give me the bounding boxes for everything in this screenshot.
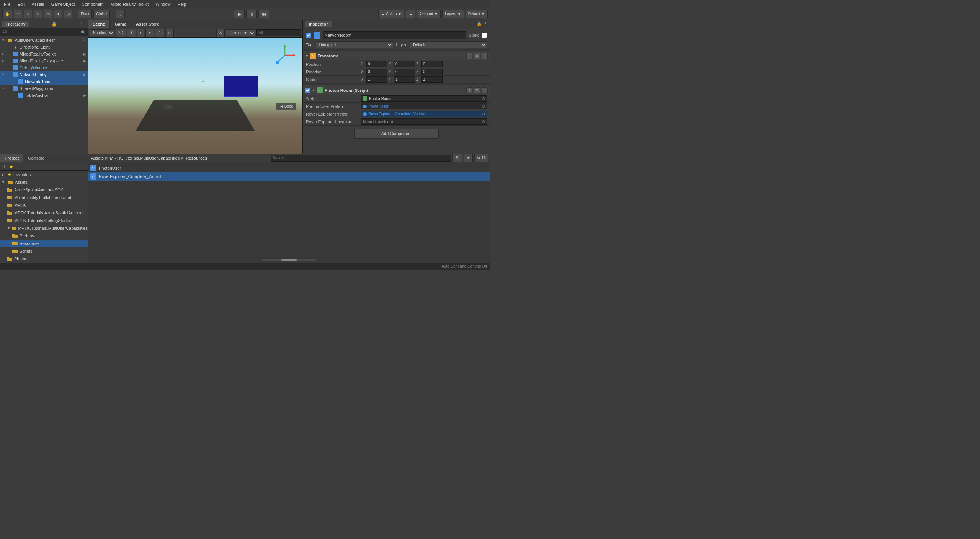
breadcrumb-mrtk[interactable]: MRTK.Tutorials.MultiUserCapabilities <box>110 156 180 160</box>
file-item-photonuser[interactable]: P PhotonUser <box>88 164 490 172</box>
hierarchy-item-more[interactable]: ▶ <box>83 93 88 98</box>
audio-btn[interactable]: ♪ <box>137 29 144 37</box>
file-search-input[interactable] <box>271 155 451 162</box>
scene-extra-btn[interactable]: ⋮ <box>155 29 164 37</box>
pos-z-input[interactable] <box>421 61 443 67</box>
tree-item-tableanchor[interactable]: ▶ TableAnchor ▶ <box>0 92 88 99</box>
file-star-btn[interactable]: ★ <box>464 154 473 162</box>
menu-edit[interactable]: Edit <box>17 2 26 7</box>
hierarchy-item-more[interactable]: ⋮ <box>82 38 88 43</box>
pos-x-input[interactable] <box>366 61 387 67</box>
sidebar-assets[interactable]: ▼ Assets <box>0 178 88 186</box>
sidebar-scripts[interactable]: Scripts <box>0 247 88 255</box>
scale-tool-btn[interactable]: ⤡ <box>34 10 42 18</box>
transform-help-btn[interactable]: ? <box>466 53 472 59</box>
hierarchy-tab[interactable]: Hierarchy <box>2 21 29 27</box>
photonroom-help-btn[interactable]: ? <box>466 87 472 93</box>
menu-gameobject[interactable]: GameObject <box>51 2 76 7</box>
scene-tab-scene[interactable]: Scene <box>88 20 110 28</box>
sidebar-mrtk-getting[interactable]: MRTK.Tutorials.GettingStarted <box>0 217 88 224</box>
rover-location-select-btn[interactable]: ⊙ <box>482 119 485 124</box>
collab-btn[interactable]: ☁ Collab ▼ <box>378 10 404 18</box>
sca-z-input[interactable] <box>421 76 443 83</box>
bottom-tab-project[interactable]: Project <box>0 154 23 162</box>
2d-btn[interactable]: 2D <box>116 29 126 37</box>
file-search-btn[interactable]: 🔍 <box>452 154 462 162</box>
pos-y-input[interactable] <box>394 61 415 67</box>
scene-search-input[interactable] <box>256 29 301 36</box>
scroll-thumb[interactable] <box>281 259 297 261</box>
snap-btn[interactable]: ⋮ <box>116 10 125 18</box>
scene-panel-more[interactable]: ⋮ <box>296 21 302 26</box>
transform-tool-btn[interactable]: ✦ <box>54 10 62 18</box>
sidebar-mrtk-azure[interactable]: MRTK.Tutorials.AzureSpatialAnchors <box>0 209 88 217</box>
transform-more-btn[interactable]: ⋮ <box>482 53 488 59</box>
sidebar-favorites[interactable]: ▶ ★ Favorites <box>0 171 88 178</box>
bottom-add-btn[interactable]: + <box>2 163 8 170</box>
play-btn[interactable]: ▶ <box>234 10 245 18</box>
rot-y-input[interactable] <box>394 69 415 75</box>
hierarchy-item-more[interactable]: ▶ <box>83 51 88 57</box>
inspector-more[interactable]: ⋮ <box>483 21 488 26</box>
rot-z-input[interactable] <box>421 69 443 75</box>
tree-item-light[interactable]: ▶ ☀ Directional Light <box>0 44 88 51</box>
rover-prefab-select-btn[interactable]: ⊙ <box>482 111 485 116</box>
sidebar-mrtk-generated[interactable]: MixedRealityToolkit.Generated <box>0 194 88 201</box>
rotate-tool-btn[interactable]: ↺ <box>24 10 32 18</box>
hierarchy-search-input[interactable] <box>0 28 88 36</box>
hierarchy-item-more[interactable]: ▶ <box>83 72 88 77</box>
account-btn[interactable]: Account ▼ <box>416 10 441 18</box>
menu-window[interactable]: Window <box>155 2 171 7</box>
layer-select[interactable]: Default <box>410 41 487 48</box>
breadcrumb-assets[interactable]: Assets <box>91 156 104 160</box>
tree-item-mrtk[interactable]: ▶ MixedRealityToolkit ▶ <box>0 51 88 57</box>
scene-tab-assetstore[interactable]: Asset Store <box>131 20 164 28</box>
inspector-lock[interactable]: 🔒 <box>477 21 482 26</box>
sidebar-mrtk-multi[interactable]: ▼ MRTK.Tutorials.MultiUserCapabilities <box>0 224 88 232</box>
hide-btn[interactable]: ◻ <box>165 29 174 37</box>
pivot-btn[interactable]: Pivot <box>78 10 92 18</box>
effects-btn[interactable]: ✦ <box>145 29 154 37</box>
photon-user-select-btn[interactable]: ⊙ <box>482 104 485 109</box>
bottom-tab-console[interactable]: Console <box>23 154 49 162</box>
back-btn[interactable]: ◄ Back <box>276 103 296 110</box>
inspector-tab[interactable]: Inspector <box>305 21 332 27</box>
photonroom-header[interactable]: ▼ # Photon Room (Script) ? ⚙ ⋮ <box>303 85 490 95</box>
global-btn[interactable]: Global <box>93 10 110 18</box>
tag-select[interactable]: Untagged <box>316 41 393 48</box>
default-layout-btn[interactable]: Default ▼ <box>466 10 488 18</box>
menu-assets[interactable]: Assets <box>31 2 45 7</box>
sidebar-mrtk[interactable]: MRTK <box>0 201 88 209</box>
tree-item-networkroom[interactable]: ▶ NetworkRoom <box>0 78 88 85</box>
sca-y-input[interactable] <box>394 76 415 83</box>
sidebar-photon[interactable]: Photon <box>0 255 88 263</box>
hierarchy-lock-icon[interactable]: 🔒 <box>51 21 57 27</box>
layers-btn[interactable]: Layers ▼ <box>442 10 464 18</box>
menu-mixed-reality[interactable]: Mixed Reality Toolkit <box>109 2 149 7</box>
hierarchy-more-btn[interactable]: ⋮ <box>79 21 85 27</box>
scene-view[interactable]: ◄ Back ↑ ⛅ ⛳ <box>88 38 302 154</box>
menu-help[interactable]: Help <box>177 2 187 7</box>
add-component-btn[interactable]: Add Component <box>354 129 439 139</box>
rect-tool-btn[interactable]: ▭ <box>44 10 52 18</box>
static-checkbox[interactable] <box>482 33 487 38</box>
photonroom-settings-btn[interactable]: ⚙ <box>474 87 480 93</box>
tree-item-debugwindow[interactable]: ▶ DebugWindow <box>0 64 88 71</box>
breadcrumb-resources[interactable]: Resources <box>186 156 207 160</box>
tree-item-sharedplayground[interactable]: ▼ SharedPlayground <box>0 85 88 92</box>
move-tool-btn[interactable]: ✛ <box>14 10 22 18</box>
transform-header[interactable]: ▼ ⤡ Transform ? ⚙ ⋮ <box>303 51 490 60</box>
sidebar-azure[interactable]: AzureSpatialAnchors.SDK <box>0 186 88 194</box>
step-btn[interactable]: ⏭ <box>258 10 269 18</box>
file-item-rover[interactable]: P RoverExplorer_Complete_Variant <box>88 172 490 181</box>
custom-tool-btn[interactable]: ⊡ <box>64 10 72 18</box>
menu-component[interactable]: Component <box>81 2 104 7</box>
photonroom-more-btn[interactable]: ⋮ <box>482 87 488 93</box>
tree-item-playspace[interactable]: ▶ MixedRealityPlayspace ▶ <box>0 57 88 64</box>
scroll-track[interactable] <box>262 259 316 261</box>
hierarchy-item-more[interactable]: ▶ <box>83 58 88 64</box>
pause-btn[interactable]: ⏸ <box>246 10 257 18</box>
scene-close-btn[interactable]: ✕ <box>216 29 225 37</box>
object-name-input[interactable] <box>323 31 466 39</box>
object-active-checkbox[interactable] <box>306 33 311 38</box>
